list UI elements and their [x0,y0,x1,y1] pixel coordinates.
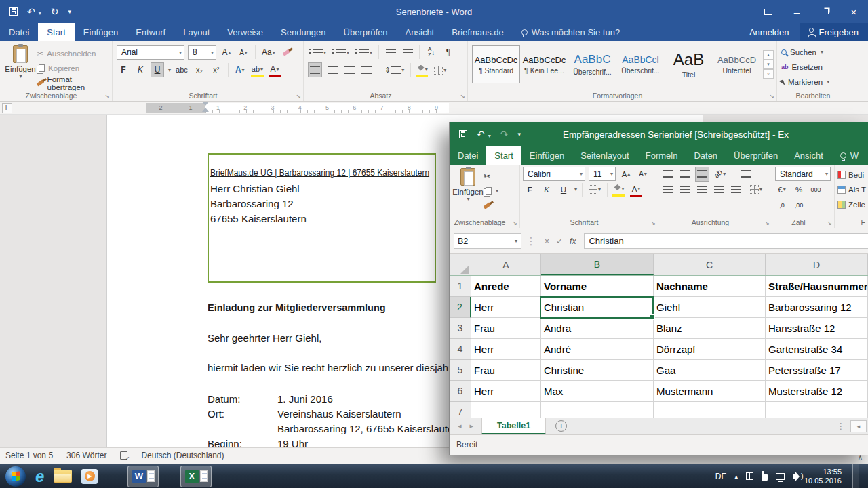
replace-button[interactable]: abErsetzen [781,60,856,74]
cell-c7[interactable] [654,402,766,418]
cell-d4[interactable]: Gartenstraße 34 [766,339,868,360]
excel-tab-ueberpruefen[interactable]: Überprüfen [726,146,786,165]
justify-button[interactable] [359,62,373,77]
copy-button[interactable]: Kopieren [37,61,109,75]
copy-button[interactable]: ▾ [484,184,498,198]
cell-c3[interactable]: Blanz [654,318,766,339]
cell-b6[interactable]: Max [541,381,654,402]
minimize-button[interactable]: – [783,0,811,23]
enter-icon[interactable]: ✓ [556,237,563,246]
borders-button[interactable]: ▾ [587,182,602,197]
close-button[interactable]: × [840,0,868,23]
gallery-more-icon[interactable]: ▿ [763,69,774,79]
clipboard-dialog-launcher-icon[interactable]: ↘ [104,93,110,100]
align-left-button[interactable] [308,62,322,77]
row-header[interactable]: 4 [450,339,471,360]
column-header-a[interactable]: A [471,254,541,275]
clock[interactable]: 13:55 10.05.2016 [804,468,842,485]
cell-d7[interactable] [766,402,868,418]
style-untertitel[interactable]: AaBbCcDUntertitel [713,45,761,83]
action-center-icon[interactable] [746,472,753,480]
decrease-indent-button[interactable] [384,45,397,60]
proofing-icon[interactable] [120,451,127,460]
cell-a4[interactable]: Herr [471,339,541,360]
cell-d2[interactable]: Barbarossaring 12 [766,297,868,318]
font-dialog-launcher-icon[interactable]: ↘ [296,93,301,100]
alignment-dialog-launcher-icon[interactable]: ↘ [764,220,770,226]
redo-icon[interactable]: ↷ [500,129,509,139]
increase-indent-button[interactable] [729,182,743,197]
cell-c2[interactable]: Giehl [654,297,766,318]
select-all-corner[interactable] [450,254,471,275]
column-header-c[interactable]: C [654,254,766,275]
column-header-d[interactable]: D [766,254,868,275]
shading-button[interactable]: ▾ [416,62,429,77]
undo-icon[interactable]: ↶ ▾ [27,7,41,16]
bullet-list-button[interactable]: ▾ [308,45,328,60]
align-center-button[interactable] [678,182,692,197]
cell-a7[interactable] [471,402,541,418]
undo-icon[interactable]: ↶ ▾ [477,129,491,139]
show-desktop-button[interactable] [852,464,859,488]
gallery-up-icon[interactable]: ▴ [763,50,774,60]
save-icon[interactable] [9,7,18,16]
font-color-button[interactable]: A▾ [629,182,643,197]
italic-button[interactable]: K [134,62,147,77]
save-icon[interactable] [459,130,467,138]
format-painter-button[interactable] [484,199,498,213]
text-effects-button[interactable]: A▾ [233,62,247,77]
font-family-combo[interactable]: Calibri▾ [523,167,585,181]
row-header[interactable]: 6 [450,381,471,402]
grow-font-button[interactable]: A▴ [619,167,633,182]
page-count[interactable]: Seite 1 von 5 [5,451,53,460]
italic-button[interactable]: K [540,182,553,197]
row-header[interactable]: 3 [450,318,471,339]
align-middle-button[interactable] [678,167,692,182]
cell-b3[interactable]: Andra [541,318,654,339]
cell-a2[interactable]: Herr [471,297,541,318]
row-header[interactable]: 7 [450,402,471,418]
hscroll-left-icon[interactable]: ◂ [850,420,867,432]
cell-d6[interactable]: Musterstraße 12 [766,381,868,402]
hanging-indent-marker[interactable] [202,108,209,112]
column-header-b[interactable]: B [541,254,654,275]
name-box[interactable]: B2▾ [454,233,521,249]
cell-b7[interactable] [541,402,654,418]
cell-d3[interactable]: Hansstraße 12 [766,318,868,339]
cell-a1[interactable]: Anrede [471,276,541,297]
cell-c6[interactable]: Mustermann [654,381,766,402]
paste-button[interactable]: Einfügen ▾ [452,166,484,213]
align-left-button[interactable] [661,182,675,197]
cut-button[interactable]: ✂ [484,169,498,183]
number-format-combo[interactable]: Standard▾ [775,167,831,181]
sheet-tab-tabelle1[interactable]: Tabelle1 [481,418,546,434]
superscript-button[interactable]: x² [210,62,223,77]
excel-tab-start[interactable]: Start [486,146,521,165]
excel-tab-formeln[interactable]: Formeln [637,146,686,165]
subscript-button[interactable]: x₂ [193,62,206,77]
wrap-text-button[interactable] [738,167,752,182]
strikethrough-button[interactable]: abc [174,62,189,77]
tab-selector[interactable]: L [2,103,12,113]
redo-icon[interactable]: ↻ [51,7,59,16]
line-spacing-button[interactable]: ⇕▾ [383,62,406,77]
share-button[interactable]: Freigeben [800,23,868,41]
sort-button[interactable]: AZ↓ [425,45,438,60]
word-tab-sendungen[interactable]: Sendungen [272,23,335,41]
number-dialog-launcher-icon[interactable]: ↘ [827,220,832,226]
accounting-format-button[interactable]: €▾ [775,182,789,197]
cell-a3[interactable]: Frau [471,318,541,339]
excel-tab-einfuegen[interactable]: Einfügen [521,146,572,165]
fill-color-button[interactable]: ▾ [612,182,626,197]
highlight-color-button[interactable]: ab▾ [250,62,264,77]
cut-button[interactable]: ✂Ausschneiden [37,46,109,60]
sheet-next-icon[interactable]: ▸ [470,422,474,430]
decrease-decimal-button[interactable]: ,00 [792,198,806,213]
cell-b1[interactable]: Vorname [541,276,654,297]
shrink-font-button[interactable]: A▾ [636,167,650,182]
style-standard[interactable]: AaBbCcDc¶ Standard [472,45,520,83]
multilevel-list-button[interactable]: ▾ [354,45,374,60]
increase-indent-button[interactable] [401,45,414,60]
row-header[interactable]: 1 [450,276,471,297]
row-header[interactable]: 5 [450,360,471,381]
